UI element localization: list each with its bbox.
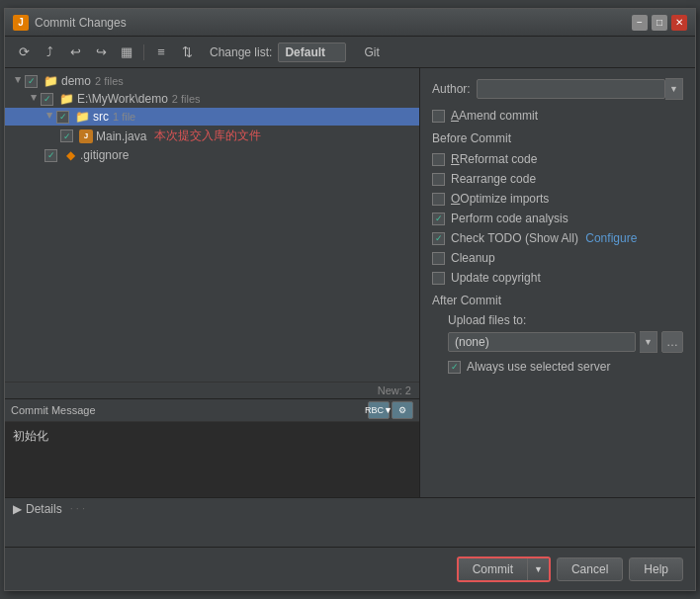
content-area: ▶ 📁 demo 2 files ▶ 📁 E:\MyWork\demo 2 fi… <box>5 68 695 497</box>
amend-commit-label[interactable]: AAmend commit <box>451 109 538 123</box>
rbc-button[interactable]: RBC▼ <box>368 401 390 419</box>
details-dots: · · · <box>70 502 85 514</box>
upload-dropdown-btn[interactable]: ▼ <box>640 331 657 353</box>
check-src[interactable] <box>56 111 69 124</box>
cleanup-checkbox[interactable] <box>432 252 445 265</box>
git-label: Git <box>364 45 379 59</box>
dialog-title: Commit Changes <box>35 16 632 30</box>
minimize-button[interactable]: − <box>632 15 648 31</box>
work-count: 2 files <box>172 93 201 105</box>
changelist-dropdown[interactable]: Default <box>278 43 346 62</box>
left-panel: ▶ 📁 demo 2 files ▶ 📁 E:\MyWork\demo 2 fi… <box>5 68 420 497</box>
toolbar-redo-btn[interactable]: ↪ <box>90 42 112 63</box>
after-commit-section: After Commit <box>432 294 683 307</box>
close-button[interactable]: ✕ <box>671 15 687 31</box>
demo-count: 2 files <box>95 75 124 87</box>
tree-item-gitignore[interactable]: ◆ .gitignore <box>5 146 419 164</box>
upload-server-input[interactable] <box>448 332 636 352</box>
src-count: 1 file <box>113 111 135 123</box>
details-section: ▶ Details · · · <box>5 497 695 547</box>
tree-item-work[interactable]: ▶ 📁 E:\MyWork\demo 2 files <box>5 90 419 108</box>
toolbar-undo-btn[interactable]: ↩ <box>64 42 86 63</box>
title-bar: J Commit Changes − □ ✕ <box>5 9 695 37</box>
demo-label: demo <box>61 74 91 88</box>
author-dropdown-btn[interactable]: ▼ <box>665 78 683 100</box>
commit-message-input[interactable]: 初始化 <box>5 422 419 497</box>
perform-analysis-row: Perform code analysis <box>432 211 683 226</box>
app-icon: J <box>13 15 29 31</box>
commit-msg-settings-btn[interactable]: ⚙ <box>392 401 413 419</box>
check-demo[interactable] <box>25 75 38 88</box>
rearrange-code-checkbox[interactable] <box>432 173 445 186</box>
toolbar-refresh-btn[interactable]: ⟳ <box>13 42 35 63</box>
toolbar-group-btn[interactable]: ⇅ <box>176 42 198 63</box>
before-commit-section: Before Commit <box>432 131 683 145</box>
toolbar-diff-btn[interactable]: ▦ <box>116 42 137 63</box>
check-todo-checkbox[interactable] <box>432 232 445 245</box>
commit-button-group: Commit ▼ <box>457 556 551 582</box>
folder-src-icon: 📁 <box>75 110 90 124</box>
cancel-button[interactable]: Cancel <box>557 557 623 581</box>
optimize-imports-checkbox[interactable] <box>432 193 445 206</box>
gitignore-label: .gitignore <box>80 148 129 162</box>
check-gitignore[interactable] <box>44 149 57 162</box>
reformat-code-checkbox[interactable] <box>432 153 445 166</box>
hint-text: 本次提交入库的文件 <box>154 128 261 144</box>
upload-more-btn[interactable]: … <box>661 331 683 353</box>
rearrange-code-label[interactable]: Rearrange code <box>451 172 536 186</box>
help-button[interactable]: Help <box>629 557 683 581</box>
perform-analysis-checkbox[interactable] <box>432 213 445 225</box>
arrow-src: ▶ <box>45 112 54 122</box>
file-tree[interactable]: ▶ 📁 demo 2 files ▶ 📁 E:\MyWork\demo 2 fi… <box>5 68 419 382</box>
optimize-imports-label[interactable]: OOptimize imports <box>451 192 549 206</box>
details-arrow: ▶ <box>13 502 22 516</box>
always-use-checkbox[interactable] <box>448 361 461 374</box>
tree-item-demo[interactable]: ▶ 📁 demo 2 files <box>5 72 419 90</box>
new-count: New: 2 <box>5 382 419 398</box>
main-java-label: Main.java <box>96 129 146 143</box>
commit-dropdown-arrow[interactable]: ▼ <box>528 558 549 580</box>
changelist-area: Change list: Default Git <box>210 43 380 62</box>
tree-item-main-java[interactable]: J Main.java 本次提交入库的文件 <box>5 126 419 146</box>
commit-message-header: Commit Message RBC▼ ⚙ <box>5 399 419 422</box>
commit-main-button[interactable]: Commit <box>459 558 528 580</box>
perform-analysis-label[interactable]: Perform code analysis <box>451 212 569 225</box>
amend-commit-checkbox[interactable] <box>432 110 445 123</box>
toolbar-separator-1 <box>143 44 144 60</box>
toolbar-move-btn[interactable]: ⤴ <box>39 42 60 63</box>
toolbar-sort-btn[interactable]: ≡ <box>150 42 172 63</box>
cleanup-row: Cleanup <box>432 250 683 266</box>
author-label: Author: <box>432 82 471 96</box>
update-copyright-checkbox[interactable] <box>432 272 445 285</box>
always-use-row: Always use selected server <box>432 359 683 375</box>
check-todo-row: Check TODO (Show All) Configure <box>432 230 683 246</box>
toolbar: ⟳ ⤴ ↩ ↪ ▦ ≡ ⇅ Change list: Default Git <box>5 37 695 68</box>
gitignore-icon: ◆ <box>63 148 77 162</box>
upload-files-label: Upload files to: <box>432 313 683 327</box>
java-file-icon: J <box>79 129 93 143</box>
rearrange-code-row: Rearrange code <box>432 171 683 187</box>
commit-message-area: Commit Message RBC▼ ⚙ 初始化 提交日志 <box>5 398 419 497</box>
tree-item-src[interactable]: ▶ 📁 src 1 file <box>5 108 419 126</box>
commit-message-label: Commit Message <box>11 404 96 416</box>
update-copyright-row: Update copyright <box>432 270 683 286</box>
update-copyright-label[interactable]: Update copyright <box>451 271 541 285</box>
reformat-code-row: RReformat code <box>432 151 683 167</box>
author-input[interactable] <box>477 79 665 99</box>
cleanup-label[interactable]: Cleanup <box>451 251 495 265</box>
footer: Commit ▼ Cancel Help <box>5 547 695 590</box>
configure-link[interactable]: Configure <box>585 231 637 245</box>
check-main-java[interactable] <box>60 129 73 142</box>
always-use-label[interactable]: Always use selected server <box>467 360 610 374</box>
work-path-label: E:\MyWork\demo <box>77 92 168 106</box>
dialog-commit-changes: J Commit Changes − □ ✕ ⟳ ⤴ ↩ ↪ ▦ ≡ ⇅ Cha… <box>4 8 696 591</box>
maximize-button[interactable]: □ <box>652 15 667 31</box>
check-todo-label[interactable]: Check TODO (Show All) Configure <box>451 231 637 245</box>
reformat-code-label[interactable]: RReformat code <box>451 152 537 166</box>
src-label: src <box>93 110 109 124</box>
window-controls: − □ ✕ <box>632 15 687 31</box>
check-work[interactable] <box>41 93 53 106</box>
upload-row: ▼ … <box>432 331 683 353</box>
details-toggle[interactable]: ▶ Details <box>13 502 62 516</box>
optimize-imports-row: OOptimize imports <box>432 191 683 207</box>
